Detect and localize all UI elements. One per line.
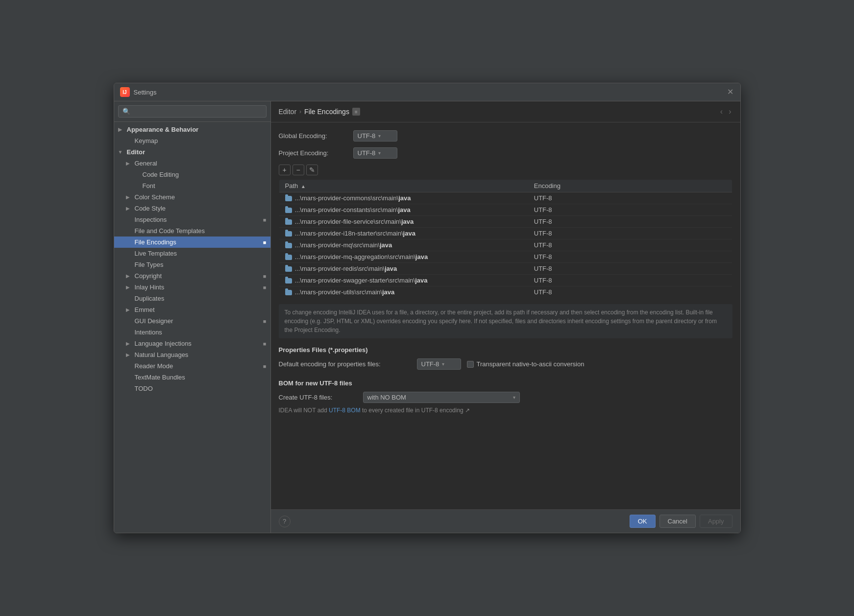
sidebar-item-label-todo: TODO (135, 385, 267, 392)
encoding-cell-5: UTF-8 (528, 251, 732, 263)
tree-arrow-emmet: ▶ (126, 307, 132, 312)
tree-arrow-general: ▶ (126, 161, 132, 166)
sidebar-item-file-types[interactable]: File Types (114, 259, 270, 270)
sidebar-item-label-general: General (135, 160, 267, 167)
folder-icon-6 (285, 266, 292, 272)
dialog-title: Settings (134, 89, 157, 96)
path-cell-1: ...\mars-provider-constants\src\main\jav… (279, 204, 528, 216)
nav-forward-button[interactable]: › (728, 106, 732, 117)
sidebar-item-todo[interactable]: TODO (114, 383, 270, 394)
path-cell-4: ...\mars-provider-mq\src\main\java (279, 239, 528, 251)
project-encoding-row: Project Encoding: UTF-8 ▾ (279, 147, 732, 159)
sidebar-item-label-emmet: Emmet (135, 306, 267, 313)
sidebar-item-code-editing[interactable]: Code Editing (114, 169, 270, 180)
properties-section-title: Properties Files (*.properties) (279, 346, 732, 354)
tree-arrow-code-style: ▶ (126, 206, 132, 211)
sidebar-item-gui-designer[interactable]: GUI Designer■ (114, 315, 270, 327)
table-row[interactable]: ...\mars-provider-constants\src\main\jav… (279, 204, 732, 216)
ok-button[interactable]: OK (630, 515, 656, 528)
sidebar-item-font[interactable]: Font (114, 180, 270, 191)
apply-button[interactable]: Apply (700, 515, 732, 528)
col-path-header[interactable]: Path ▲ (279, 180, 528, 192)
encoding-cell-8: UTF-8 (528, 286, 732, 298)
sidebar-item-natural-languages[interactable]: ▶Natural Languages (114, 349, 270, 360)
path-cell-3: ...\mars-provider-i18n-starter\src\main\… (279, 228, 528, 239)
sidebar-item-label-reader-mode: Reader Mode (135, 362, 260, 370)
edit-encoding-button[interactable]: ✎ (306, 165, 318, 175)
sidebar-item-file-code-templates[interactable]: File and Code Templates (114, 225, 270, 237)
table-row[interactable]: ...\mars-provider-commons\src\main\javaU… (279, 192, 732, 204)
help-button[interactable]: ? (279, 516, 291, 527)
global-encoding-row: Global Encoding: UTF-8 ▾ (279, 130, 732, 142)
path-cell-0: ...\mars-provider-commons\src\main\java (279, 192, 528, 204)
remove-encoding-button[interactable]: − (293, 165, 304, 175)
create-utf8-dropdown[interactable]: with NO BOM ▾ (363, 392, 520, 403)
path-bold-2: java (401, 218, 414, 225)
sidebar-item-language-injections[interactable]: ▶Language Injections■ (114, 338, 270, 349)
utf8-bom-link[interactable]: UTF-8 BOM (329, 407, 361, 414)
sidebar-item-label-file-encodings: File Encodings (135, 238, 260, 246)
sidebar-item-appearance[interactable]: ▶Appearance & Behavior (114, 124, 270, 135)
sidebar-item-reader-mode[interactable]: Reader Mode■ (114, 360, 270, 372)
close-button[interactable]: ✕ (727, 88, 734, 96)
sidebar-item-label-intentions: Intentions (135, 329, 267, 336)
project-encoding-dropdown[interactable]: UTF-8 ▾ (353, 147, 397, 159)
sidebar-item-color-scheme[interactable]: ▶Color Scheme (114, 191, 270, 203)
search-input[interactable] (118, 105, 267, 118)
sidebar-item-file-encodings[interactable]: File Encodings■ (114, 237, 270, 248)
sidebar-item-emmet[interactable]: ▶Emmet (114, 304, 270, 315)
main-panel: Editor › File Encodings ≡ ‹ › Global Enc… (271, 101, 740, 533)
col-encoding-header[interactable]: Encoding (528, 180, 732, 192)
folder-icon-0 (285, 196, 292, 201)
sidebar-item-label-file-code-templates: File and Code Templates (135, 227, 267, 235)
tree-arrow-language-injections: ▶ (126, 341, 132, 346)
properties-encoding-dropdown[interactable]: UTF-8 ▾ (417, 358, 461, 370)
sidebar-badge-language-injections: ■ (263, 341, 267, 347)
sidebar-item-copyright[interactable]: ▶Copyright■ (114, 270, 270, 282)
sidebar-item-label-textmate-bundles: TextMate Bundles (135, 374, 267, 381)
table-row[interactable]: ...\mars-provider-i18n-starter\src\main\… (279, 228, 732, 239)
main-header: Editor › File Encodings ≡ ‹ › (271, 101, 740, 122)
table-row[interactable]: ...\mars-provider-mq\src\main\javaUTF-8 (279, 239, 732, 251)
folder-icon-7 (285, 278, 292, 284)
table-row[interactable]: ...\mars-provider-file-service\src\main\… (279, 216, 732, 228)
transparent-checkbox-row: Transparent native-to-ascii conversion (467, 360, 585, 368)
dialog-footer: ? OK Cancel Apply (271, 509, 740, 533)
global-encoding-dropdown[interactable]: UTF-8 ▾ (353, 130, 397, 142)
table-row[interactable]: ...\mars-provider-swagger-starter\src\ma… (279, 275, 732, 286)
sidebar-item-intentions[interactable]: Intentions (114, 327, 270, 338)
sidebar-item-keymap[interactable]: Keymap (114, 135, 270, 146)
breadcrumb-current: File Encodings (304, 108, 349, 116)
sidebar-item-live-templates[interactable]: Live Templates (114, 248, 270, 259)
table-row[interactable]: ...\mars-provider-mq-aggregation\src\mai… (279, 251, 732, 263)
transparent-checkbox[interactable] (467, 361, 474, 368)
path-bold-6: java (385, 265, 397, 272)
sidebar-item-label-inlay-hints: Inlay Hints (135, 284, 260, 291)
settings-dialog: IJ Settings ✕ ▶Appearance & BehaviorKeym… (114, 83, 741, 533)
sidebar-item-duplicates[interactable]: Duplicates (114, 293, 270, 304)
sidebar-badge-copyright: ■ (263, 273, 267, 279)
table-row[interactable]: ...\mars-provider-redis\src\main\javaUTF… (279, 263, 732, 275)
nav-back-button[interactable]: ‹ (719, 106, 724, 117)
sidebar-item-inspections[interactable]: Inspections■ (114, 214, 270, 225)
sidebar-item-editor[interactable]: ▼Editor (114, 146, 270, 158)
add-encoding-button[interactable]: + (279, 165, 291, 175)
encoding-cell-3: UTF-8 (528, 228, 732, 239)
sidebar-item-label-language-injections: Language Injections (135, 340, 260, 347)
default-encoding-label: Default encoding for properties files: (279, 360, 411, 368)
sidebar-item-general[interactable]: ▶General (114, 158, 270, 169)
table-row[interactable]: ...\mars-provider-utils\src\main\javaUTF… (279, 286, 732, 298)
content-area: ▶Appearance & BehaviorKeymap▼Editor▶Gene… (114, 101, 740, 533)
tree-arrow-natural-languages: ▶ (126, 352, 132, 357)
cancel-button[interactable]: Cancel (659, 515, 696, 528)
sidebar-item-inlay-hints[interactable]: ▶Inlay Hints■ (114, 282, 270, 293)
project-encoding-label: Project Encoding: (279, 149, 347, 157)
global-encoding-arrow: ▾ (378, 133, 381, 139)
sidebar-item-textmate-bundles[interactable]: TextMate Bundles (114, 372, 270, 383)
path-cell-8: ...\mars-provider-utils\src\main\java (279, 286, 528, 298)
project-encoding-arrow: ▾ (378, 150, 381, 156)
tree-arrow-appearance: ▶ (118, 127, 124, 132)
properties-encoding-arrow: ▾ (442, 361, 444, 367)
transparent-label: Transparent native-to-ascii conversion (477, 360, 585, 368)
sidebar-item-code-style[interactable]: ▶Code Style (114, 203, 270, 214)
